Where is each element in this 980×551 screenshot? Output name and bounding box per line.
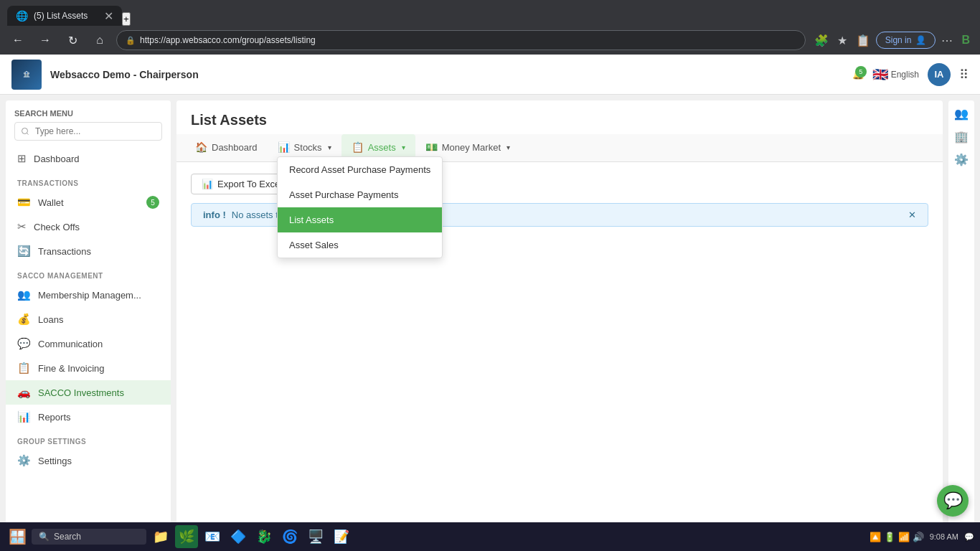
page-title: List Assets: [191, 112, 928, 128]
favorites-icon[interactable]: ★: [834, 31, 850, 50]
app-header: 🏦 Websacco Demo - Chairperson 🔔 5 🇬🇧 Eng…: [0, 55, 980, 95]
support-chat-button[interactable]: 💬: [937, 485, 969, 517]
right-people-icon[interactable]: 👥: [951, 103, 971, 123]
forward-button[interactable]: →: [34, 29, 56, 51]
dropdown-purchase-label: Asset Purchase Payments: [289, 189, 398, 200]
page-body: 📊 Export To Excel info ! No assets to di…: [176, 162, 943, 545]
page-content: List Assets 🏠 Dashboard 📊 Stocks ▾ 📋 Ass…: [176, 100, 943, 545]
sign-in-label: Sign in: [885, 35, 912, 45]
notification-badge: 5: [855, 66, 867, 77]
taskbar-app-mail[interactable]: 📧: [201, 525, 224, 548]
settings-icon: ⚙️: [17, 454, 31, 467]
section-settings: GROUP SETTINGS: [6, 429, 171, 448]
reports-label: Reports: [38, 412, 71, 423]
taskbar-app-files[interactable]: 🖥️: [304, 525, 327, 548]
reports-icon: 📊: [17, 410, 31, 423]
notification-button[interactable]: 🔔 5: [852, 69, 864, 80]
transactions-icon: 🔄: [17, 245, 31, 258]
dropdown-item-record-payments[interactable]: Record Asset Purchase Payments: [278, 157, 442, 182]
info-prefix: info !: [203, 209, 226, 220]
reload-button[interactable]: ↻: [62, 29, 83, 51]
sidebar-item-dashboard[interactable]: ⊞ Dashboard: [6, 146, 171, 171]
investments-icon: 🚗: [17, 386, 31, 399]
dropdown-item-list-assets[interactable]: List Assets: [278, 207, 442, 232]
url-text: https://app.websacco.com/group/assets/li…: [140, 35, 316, 45]
sidebar-item-checkoffs[interactable]: ✂ Check Offs: [6, 215, 171, 239]
taskbar-app-task-view[interactable]: 📁: [149, 525, 172, 548]
sidebar-item-transactions[interactable]: 🔄 Transactions: [6, 239, 171, 263]
extensions-icon[interactable]: 🧩: [811, 31, 831, 50]
app-title: Websacco Demo - Chairperson: [50, 69, 199, 80]
notification-center-icon[interactable]: 💬: [964, 532, 974, 542]
search-menu-label: SEARCH MENU: [14, 109, 162, 118]
browser-toolbar: ← → ↻ ⌂ 🔒 https://app.websacco.com/group…: [0, 26, 980, 55]
sidebar-item-membership[interactable]: 👥 Membership Managem...: [6, 283, 171, 307]
sidebar-item-settings[interactable]: ⚙️ Settings: [6, 448, 171, 473]
taskbar-app-word[interactable]: 📝: [330, 525, 353, 548]
assets-dropdown-menu: Record Asset Purchase Payments Asset Pur…: [277, 156, 443, 258]
taskbar-search[interactable]: 🔍 Search: [32, 529, 146, 545]
wallet-icon: 💳: [17, 196, 31, 209]
lock-icon: 🔒: [126, 36, 136, 45]
browser-tab[interactable]: 🌐 (5) List Assets ✕: [7, 6, 122, 26]
search-input[interactable]: [14, 122, 162, 141]
dropdown-sales-label: Asset Sales: [289, 240, 339, 250]
start-button[interactable]: 🪟: [6, 525, 29, 548]
right-sidebar: 👥 🏢 ⚙️: [948, 100, 974, 545]
back-button[interactable]: ←: [7, 29, 29, 51]
sidebar-item-wallet[interactable]: 💳 Wallet 5: [6, 190, 171, 215]
assets-chevron-icon: ▾: [402, 143, 405, 151]
network-icon: 📶: [898, 532, 910, 542]
sidebar-item-communication[interactable]: 💬 Communication: [6, 331, 171, 356]
membership-icon: 👥: [17, 288, 31, 301]
taskbar-app-edge[interactable]: 🌿: [175, 525, 198, 548]
taskbar-app-edge2[interactable]: 🌀: [278, 525, 301, 548]
taskbar: 🪟 🔍 Search 📁 🌿 📧 🔷 🐉 🌀 🖥️ 📝 🔼 🔋 📶 🔊 9:08…: [0, 522, 980, 551]
checkoffs-icon: ✂: [17, 220, 27, 233]
communication-label: Communication: [38, 339, 103, 349]
app-wrapper: 🏦 Websacco Demo - Chairperson 🔔 5 🇬🇧 Eng…: [0, 55, 980, 551]
battery-icon: 🔋: [884, 532, 895, 542]
taskbar-app-app1[interactable]: 🐉: [253, 525, 275, 548]
right-gear-icon[interactable]: ⚙️: [951, 149, 971, 169]
stocks-tab-icon: 📊: [278, 141, 290, 153]
right-building-icon[interactable]: 🏢: [951, 126, 971, 146]
flag-icon: 🇬🇧: [872, 67, 888, 83]
header-right: 🔔 5 🇬🇧 English IA ⠿: [852, 63, 969, 86]
settings-label: Settings: [38, 456, 72, 466]
money-market-chevron-icon: ▾: [507, 143, 510, 151]
sidebar-item-fines[interactable]: 📋 Fine & Invoicing: [6, 356, 171, 380]
sidebar-item-investments[interactable]: 🚗 SACCO Investments: [6, 380, 171, 405]
main-layout: SEARCH MENU ⊞ Dashboard TRANSACTIONS 💳 W…: [0, 95, 980, 551]
sign-in-button[interactable]: Sign in 👤: [876, 32, 936, 49]
dropdown-item-asset-sales[interactable]: Asset Sales: [278, 232, 442, 258]
new-tab-button[interactable]: +: [122, 12, 131, 26]
user-initials: IA: [935, 69, 944, 80]
chat-icon: 💬: [943, 491, 963, 510]
close-tab-button[interactable]: ✕: [104, 9, 113, 23]
wallet-label: Wallet: [38, 197, 64, 208]
wallet-badge: 5: [146, 196, 159, 209]
dashboard-tab-icon: 🏠: [195, 141, 207, 153]
close-info-button[interactable]: ✕: [908, 209, 916, 220]
user-avatar[interactable]: IA: [928, 63, 951, 86]
system-tray: 🔼 🔋 📶 🔊: [870, 532, 924, 542]
language-selector[interactable]: 🇬🇧 English: [872, 67, 919, 83]
collections-icon[interactable]: 📋: [853, 31, 873, 50]
tab-dashboard[interactable]: 🏠 Dashboard: [185, 134, 268, 161]
section-transactions: TRANSACTIONS: [6, 171, 171, 190]
time-display: 9:08 AM: [930, 532, 958, 541]
assets-tab-icon: 📋: [352, 141, 364, 153]
volume-icon: 🔊: [913, 532, 924, 542]
more-options-icon[interactable]: ⋯: [938, 31, 956, 50]
address-bar[interactable]: 🔒 https://app.websacco.com/group/assets/…: [116, 30, 806, 50]
grid-menu-icon[interactable]: ⠿: [959, 67, 969, 83]
sidebar-item-reports[interactable]: 📊 Reports: [6, 405, 171, 429]
loans-label: Loans: [38, 314, 63, 325]
sidebar-item-loans[interactable]: 💰 Loans: [6, 307, 171, 331]
tab-title: (5) List Assets: [34, 11, 88, 21]
home-button[interactable]: ⌂: [89, 29, 110, 51]
membership-label: Membership Managem...: [38, 290, 141, 301]
dropdown-item-purchase-payments[interactable]: Asset Purchase Payments: [278, 182, 442, 207]
taskbar-app-teams[interactable]: 🔷: [227, 525, 250, 548]
